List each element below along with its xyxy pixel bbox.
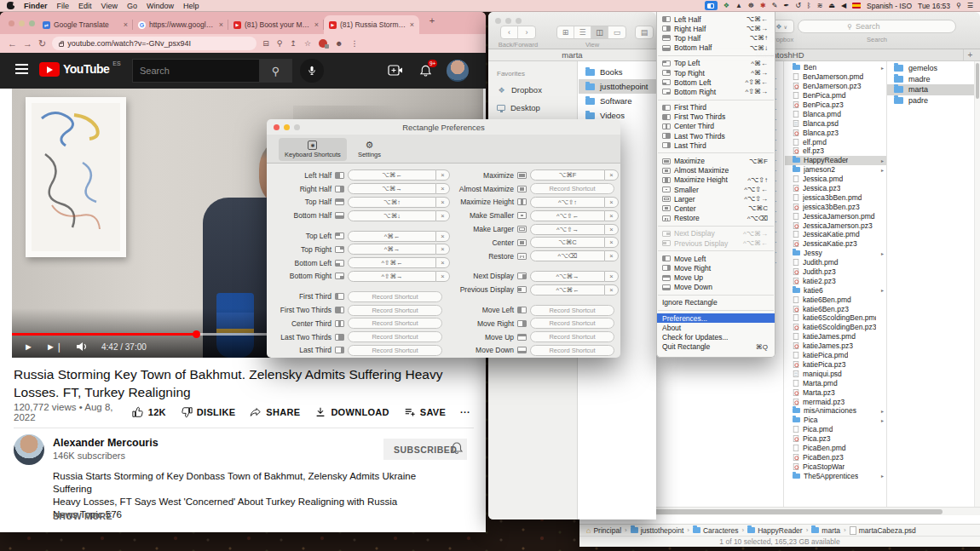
new-finder-tab-button[interactable]: + — [963, 49, 977, 60]
bluetooth-icon[interactable]: ᛒ — [807, 3, 811, 9]
finder-file-picastopwar[interactable]: PicaStopWar — [785, 462, 886, 471]
browser-tab-https-www-google-c[interactable]: Ghttps://www.google.c× — [133, 15, 228, 34]
like-button[interactable]: 12K — [132, 406, 166, 418]
address-bar[interactable]: youtube.com/watch?v=-GNv_psx94I — [52, 37, 257, 50]
shortcut-field[interactable]: ^⌥⇧→× — [530, 224, 619, 235]
bell-icon[interactable]: ▲ — [735, 3, 742, 9]
finder-file-katiepica-pz3[interactable]: katiePica.pz3 — [785, 360, 886, 370]
shortcut-value[interactable]: ^⌥⌘→ — [530, 271, 605, 282]
clear-shortcut-button[interactable]: × — [605, 250, 619, 261]
menu-item-first-third[interactable]: First Third — [657, 103, 775, 112]
record-shortcut-button[interactable]: Record Shortcut — [530, 331, 614, 342]
shortcut-field[interactable]: ⌥⌘↓× — [348, 210, 450, 221]
steering-wheel-icon[interactable]: ☸ — [748, 3, 754, 9]
menubar-item-finder[interactable]: Finder — [24, 2, 48, 10]
finder-file-maniqui-psd[interactable]: maniqui.psd — [785, 369, 886, 378]
menu-item-check-for-updates[interactable]: Check for Updates... — [657, 332, 775, 342]
icon-view-icon[interactable]: ⊞ — [557, 26, 574, 38]
shortcut-field[interactable]: ^⌘←× — [348, 231, 450, 242]
menu-item-right-half[interactable]: Right Half⌥⌘→ — [657, 24, 775, 33]
shortcut-value[interactable]: ^⌥⇧→ — [530, 224, 605, 235]
menu-item-larger[interactable]: Larger^⌥⇧→ — [657, 194, 775, 204]
time-machine-icon[interactable]: ↺ — [795, 3, 801, 9]
finder-file-elf-pz3[interactable]: elf.pz3 — [785, 146, 886, 156]
finder-file-jessicakatie-pmd[interactable]: JessicaKatie.pmd — [785, 230, 886, 239]
clear-shortcut-button[interactable]: × — [605, 224, 619, 235]
shortcut-field[interactable]: ⌥⌘←× — [348, 169, 450, 181]
create-video-icon[interactable] — [388, 64, 403, 77]
shortcut-value[interactable]: ^⌘→ — [348, 244, 436, 255]
tab-keyboard-shortcuts[interactable]: ✱ Keyboard Shortcuts — [279, 138, 347, 161]
menu-item-center-third[interactable]: Center Third — [657, 122, 775, 131]
record-shortcut-button[interactable]: Record Shortcut — [530, 345, 614, 356]
notification-center-icon[interactable]: ☰ — [967, 3, 973, 9]
shortcut-field[interactable]: ^⌥⇧←× — [530, 210, 619, 221]
shortcut-value[interactable]: ^⌥⌫ — [530, 250, 605, 261]
menu-item-about[interactable]: About — [657, 323, 775, 332]
url-text[interactable]: youtube.com/watch?v=-GNv_psx94I — [67, 39, 191, 48]
keyboard-flag-icon[interactable] — [852, 3, 861, 9]
menu-item-almost-maximize[interactable]: Almost Maximize — [657, 166, 775, 175]
menu-item-bottom-right[interactable]: Bottom Right^⇧⌘→ — [657, 87, 775, 96]
notifications-bell-icon[interactable]: 9+ — [419, 64, 435, 77]
menu-item-move-left[interactable]: Move Left — [657, 254, 775, 263]
prefs-traffic-lights[interactable] — [274, 124, 300, 130]
finder-file-benjamerson-pz3[interactable]: BenJamerson.pz3 — [785, 82, 886, 91]
finder-file-elf-pmd[interactable]: elf.pmd — [785, 137, 886, 146]
finder-file-katie6scoldingben-pz3[interactable]: katie6ScoldingBen.pz3 — [785, 323, 886, 332]
finder-file-misanimaciones[interactable]: misAnimaciones▸ — [785, 406, 886, 416]
cast-icon[interactable]: ⊟ — [262, 39, 269, 48]
record-shortcut-button[interactable]: Record Shortcut — [348, 318, 442, 329]
menu-item-first-two-thirds[interactable]: First Two Thirds — [657, 112, 775, 122]
search-button[interactable]: ⚲ — [260, 59, 292, 83]
shortcut-value[interactable]: ⌥⌘C — [530, 237, 605, 248]
finder-file-jessicajamerson-pmd[interactable]: JessicaJamerson.pmd — [785, 211, 886, 221]
clear-shortcut-button[interactable]: × — [605, 271, 619, 282]
finder-file-happyreader[interactable]: HappyReader▸ — [785, 156, 886, 165]
shortcut-field[interactable]: ⌥⌘F× — [530, 169, 619, 181]
shortcut-value[interactable]: ⌥⌘F — [530, 169, 605, 181]
rectangle-menubar-icon[interactable] — [705, 1, 718, 10]
finder-file-blanca-psd[interactable]: Blanca.psd — [785, 118, 886, 128]
menu-item-bottom-left[interactable]: Bottom Left^⇧⌘← — [657, 77, 775, 87]
apple-menu-icon[interactable] — [7, 2, 14, 9]
eject-icon[interactable]: ⏏ — [828, 3, 835, 9]
tab-close-icon[interactable]: × — [124, 20, 128, 29]
close-button[interactable] — [274, 124, 280, 130]
spotlight-icon[interactable]: ⚲ — [956, 3, 961, 9]
back-icon[interactable]: ← — [8, 39, 17, 49]
finder-folder-padre[interactable]: padre — [887, 95, 974, 106]
shortcut-value[interactable]: ^⌘← — [348, 231, 436, 242]
finder-file-katie6[interactable]: katie6▸ — [785, 285, 886, 295]
finder-file-katiejames-pmd[interactable]: katieJames.pmd — [785, 332, 886, 342]
clear-shortcut-button[interactable]: × — [605, 210, 619, 221]
finder-file-picaben-pmd[interactable]: PicaBen.pmd — [785, 444, 886, 453]
shortcut-field[interactable]: ⌥⌘→× — [348, 183, 450, 194]
zoom-button[interactable] — [294, 124, 300, 130]
finder-a-file-justtothepoint[interactable]: justtothepoint — [579, 79, 656, 94]
finder-file-jameson2[interactable]: jameson2▸ — [785, 165, 886, 175]
finder-file-pica[interactable]: Pica▸ — [785, 416, 886, 425]
bookmark-star-icon[interactable]: ☆ — [304, 39, 311, 48]
shortcut-value[interactable]: ⌥⌘← — [348, 169, 436, 181]
youtube-logo[interactable]: YouTube ES — [39, 62, 121, 77]
menu-item-move-right[interactable]: Move Right — [657, 263, 775, 273]
menubar-item-window[interactable]: Window — [147, 2, 174, 10]
finder-a-file-books[interactable]: Books — [579, 65, 656, 79]
finder-file-katie6ben-pmd[interactable]: katie6Ben.pmd — [785, 295, 886, 304]
tab-close-icon[interactable]: × — [314, 20, 319, 29]
gallery-view-icon[interactable]: ▭ — [608, 26, 625, 38]
menubar-item-file[interactable]: File — [57, 2, 70, 10]
path-item-caracteres[interactable]: Caracteres — [693, 526, 739, 535]
sidebar-item-desktop[interactable]: Desktop — [488, 99, 577, 117]
youtube-search-box[interactable] — [132, 59, 260, 83]
finder-folder-madre[interactable]: madre — [887, 74, 974, 85]
record-shortcut-button[interactable]: Record Shortcut — [530, 318, 614, 329]
clear-shortcut-button[interactable]: × — [605, 237, 619, 248]
wifi-icon[interactable]: ≋ — [817, 3, 823, 9]
more-menu-icon[interactable]: ⋮ — [350, 39, 358, 48]
minimize-button[interactable] — [284, 124, 290, 130]
menubar-item-edit[interactable]: Edit — [78, 2, 92, 10]
shortcut-field[interactable]: ^⌥⌘←× — [530, 284, 619, 296]
share-button[interactable]: SHARE — [250, 406, 300, 418]
